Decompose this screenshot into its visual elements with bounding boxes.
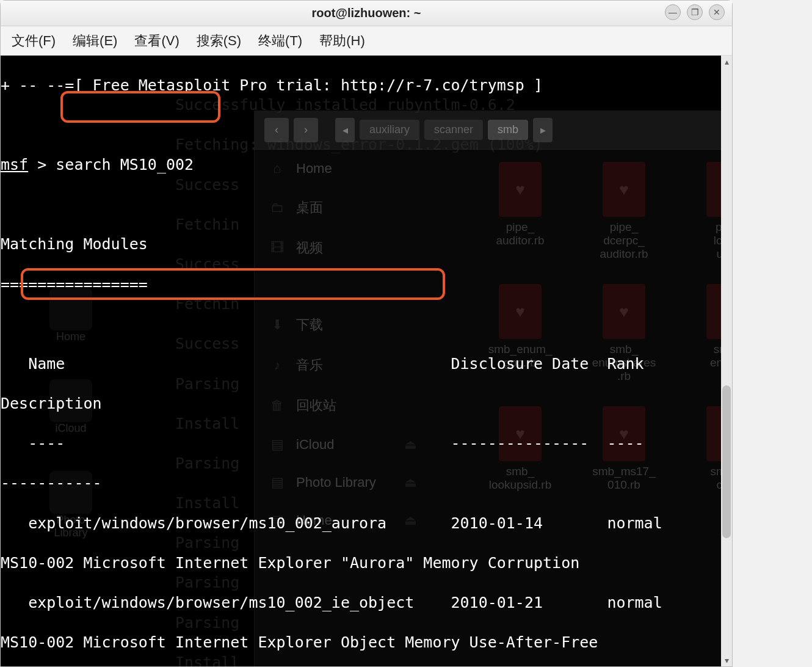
cmd-search: search MS10_002 [56,156,194,173]
result-row-2-desc: MS10-002 Microsoft Internet Explorer Obj… [1,633,598,651]
result-row-2: exploit/windows/browser/ms10_002_ie_obje… [1,594,690,611]
scroll-up-icon[interactable]: ▴ [722,57,731,67]
matching-modules-underline: ================ [1,275,148,293]
maximize-icon: ❐ [691,7,699,17]
titlebar[interactable]: root@lizhuowen: ~ — ❐ ✕ [1,1,732,26]
terminal-output[interactable]: + -- --=[ Free Metasploit Pro trial: htt… [1,56,721,666]
vertical-scrollbar[interactable]: ▴ ▾ [721,56,732,666]
minimize-button[interactable]: — [665,4,681,20]
menu-view[interactable]: 查看(V) [134,32,179,50]
terminal-window: root@lizhuowen: ~ — ❐ ✕ 文件(F) 编辑(E) 查看(V… [0,0,733,667]
menu-edit[interactable]: 编辑(E) [73,32,117,50]
hdr-name: Name Disclosure Date Rank [1,355,690,373]
hdr-dash1: ---- --------------- ---- [1,434,690,452]
menu-search[interactable]: 搜索(S) [197,32,241,50]
window-controls: — ❐ ✕ [665,4,725,20]
maximize-button[interactable]: ❐ [687,4,703,20]
scroll-thumb[interactable] [722,385,731,538]
close-icon: ✕ [713,7,720,17]
menu-file[interactable]: 文件(F) [12,32,56,50]
terminal-area[interactable]: Successfully installed rubyntlm-0.6.2 Fe… [1,56,732,666]
menu-help[interactable]: 帮助(H) [319,32,365,50]
window-title: root@lizhuowen: ~ [312,6,421,20]
result-row-1: exploit/windows/browser/ms10_002_aurora … [1,514,690,532]
prompt-gt: > [28,156,56,173]
msf-prompt: msf [1,156,28,173]
menu-terminal[interactable]: 终端(T) [258,32,302,50]
hdr-description: Description [1,395,102,412]
hdr-dash2: ----------- [1,474,102,492]
matching-modules-header: Matching Modules [1,235,148,253]
close-button[interactable]: ✕ [709,4,725,20]
menubar: 文件(F) 编辑(E) 查看(V) 搜索(S) 终端(T) 帮助(H) [1,26,732,56]
result-row-1-desc: MS10-002 Microsoft Internet Explorer "Au… [1,554,579,572]
minimize-icon: — [669,7,677,17]
scroll-down-icon[interactable]: ▾ [722,655,731,665]
trial-line: + -- --=[ Free Metasploit Pro trial: htt… [1,76,721,96]
